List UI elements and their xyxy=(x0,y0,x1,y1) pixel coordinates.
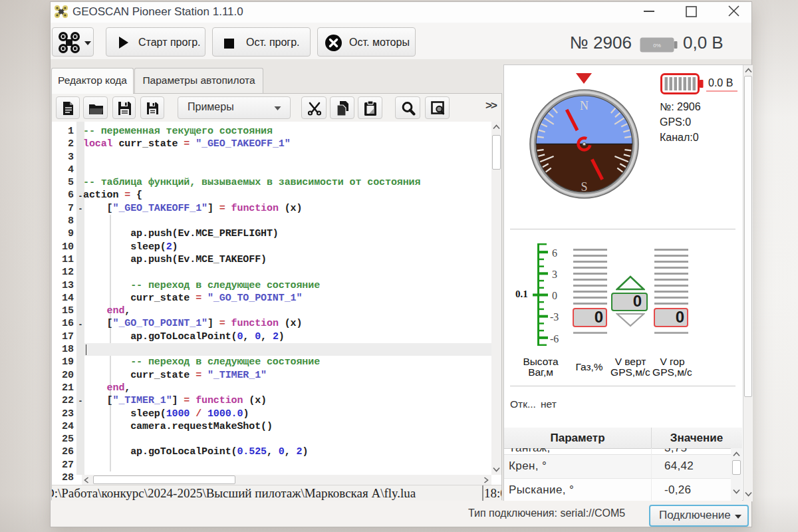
svg-text:S: S xyxy=(581,180,587,194)
svg-text:N: N xyxy=(580,99,589,112)
svg-text:0%: 0% xyxy=(653,43,661,49)
